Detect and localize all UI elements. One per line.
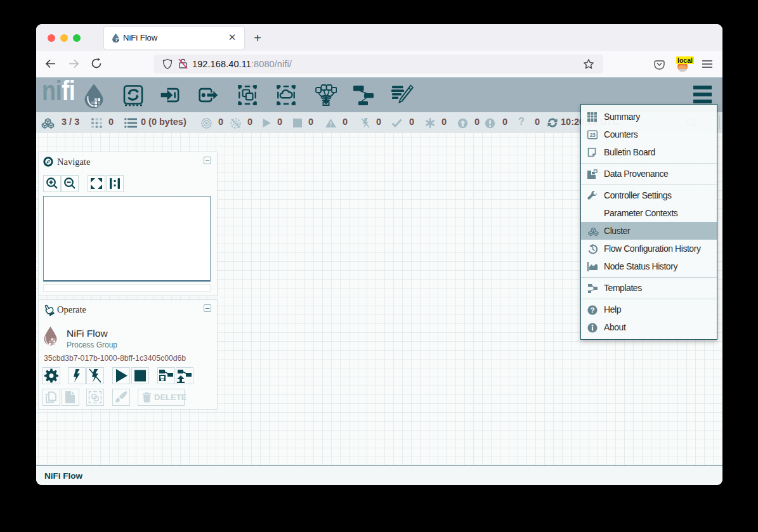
svg-text:23: 23 [590,132,596,138]
svg-text:?: ? [591,306,595,314]
